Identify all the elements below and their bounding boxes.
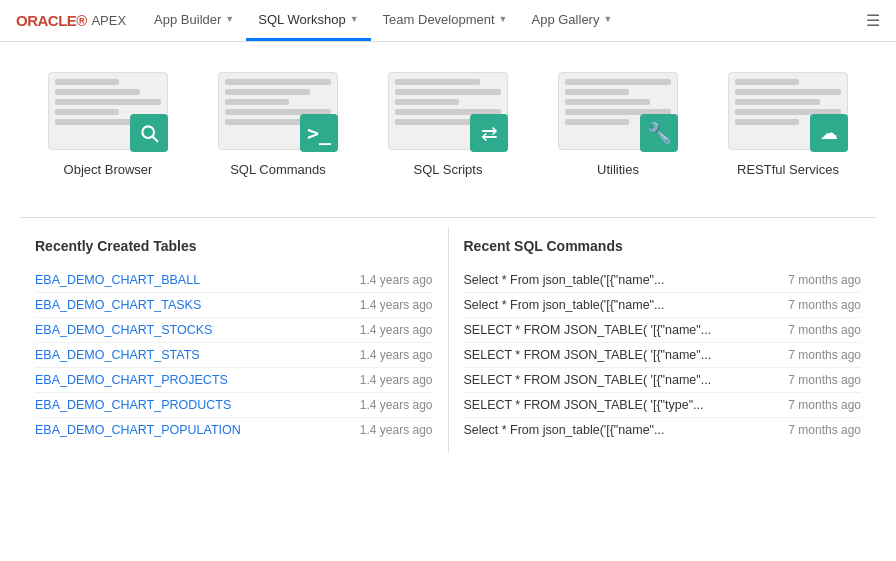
chevron-down-icon: ▼ bbox=[350, 14, 359, 24]
tool-card-restful-services[interactable]: ☁ RESTful Services bbox=[723, 72, 853, 177]
table-link[interactable]: EBA_DEMO_CHART_POPULATION bbox=[35, 423, 241, 437]
list-item: EBA_DEMO_CHART_BBALL 1.4 years ago bbox=[35, 268, 433, 293]
main-content: Object Browser >_ SQL Commands bbox=[0, 42, 896, 472]
chevron-down-icon: ▼ bbox=[499, 14, 508, 24]
search-icon[interactable]: ☰ bbox=[866, 11, 880, 30]
navbar: ORACLE ® APEX App Builder ▼ SQL Workshop… bbox=[0, 0, 896, 42]
tool-card-icon-wrapper: >_ bbox=[218, 72, 338, 152]
screen-line bbox=[565, 119, 629, 125]
tool-card-icon-wrapper: 🔧 bbox=[558, 72, 678, 152]
table-time: 1.4 years ago bbox=[360, 373, 433, 387]
screen-line bbox=[735, 99, 820, 105]
table-link[interactable]: EBA_DEMO_CHART_STATS bbox=[35, 348, 200, 362]
tool-label-sql-scripts: SQL Scripts bbox=[414, 162, 483, 177]
list-item: Select * From json_table('[{"name"... 7 … bbox=[464, 293, 862, 318]
list-item: EBA_DEMO_CHART_TASKS 1.4 years ago bbox=[35, 293, 433, 318]
screen-line bbox=[565, 89, 629, 95]
nav-sql-workshop[interactable]: SQL Workshop ▼ bbox=[246, 0, 370, 41]
tool-card-icon-wrapper bbox=[48, 72, 168, 152]
list-item: EBA_DEMO_CHART_STOCKS 1.4 years ago bbox=[35, 318, 433, 343]
sql-time: 7 months ago bbox=[788, 323, 861, 337]
sql-commands-icon: >_ bbox=[300, 114, 338, 152]
table-link[interactable]: EBA_DEMO_CHART_TASKS bbox=[35, 298, 201, 312]
sql-time: 7 months ago bbox=[788, 398, 861, 412]
nav-right: ☰ bbox=[858, 0, 888, 41]
nav-sql-workshop-label: SQL Workshop bbox=[258, 12, 345, 27]
recently-created-title: Recently Created Tables bbox=[35, 238, 433, 254]
sql-scripts-icon: ⇄ bbox=[470, 114, 508, 152]
nav-app-gallery[interactable]: App Gallery ▼ bbox=[520, 0, 625, 41]
sql-text: SELECT * FROM JSON_TABLE( '[{"type"... bbox=[464, 398, 779, 412]
screen-line bbox=[55, 99, 161, 105]
screen-line bbox=[225, 89, 310, 95]
table-link[interactable]: EBA_DEMO_CHART_PROJECTS bbox=[35, 373, 228, 387]
screen-line bbox=[735, 79, 799, 85]
sql-text: Select * From json_table('[{"name"... bbox=[464, 423, 779, 437]
list-item: Select * From json_table('[{"name"... 7 … bbox=[464, 418, 862, 442]
recently-created-tables-panel: Recently Created Tables EBA_DEMO_CHART_B… bbox=[20, 228, 449, 452]
screen-line bbox=[225, 119, 310, 125]
nav-app-builder-label: App Builder bbox=[154, 12, 221, 27]
tool-label-utilities: Utilities bbox=[597, 162, 639, 177]
sql-time: 7 months ago bbox=[788, 373, 861, 387]
table-link[interactable]: EBA_DEMO_CHART_STOCKS bbox=[35, 323, 212, 337]
list-item: Select * From json_table('[{"name"... 7 … bbox=[464, 268, 862, 293]
logo-oracle-text: ORACLE bbox=[16, 12, 76, 29]
list-item: EBA_DEMO_CHART_POPULATION 1.4 years ago bbox=[35, 418, 433, 442]
tool-card-sql-commands[interactable]: >_ SQL Commands bbox=[213, 72, 343, 177]
tool-card-object-browser[interactable]: Object Browser bbox=[43, 72, 173, 177]
screen-line bbox=[55, 89, 140, 95]
nav-app-gallery-label: App Gallery bbox=[532, 12, 600, 27]
chevron-down-icon: ▼ bbox=[603, 14, 612, 24]
tool-card-utilities[interactable]: 🔧 Utilities bbox=[553, 72, 683, 177]
sql-time: 7 months ago bbox=[788, 298, 861, 312]
table-time: 1.4 years ago bbox=[360, 273, 433, 287]
screen-line bbox=[735, 119, 799, 125]
list-item: EBA_DEMO_CHART_PROJECTS 1.4 years ago bbox=[35, 368, 433, 393]
nav-team-development-label: Team Development bbox=[383, 12, 495, 27]
sql-time: 7 months ago bbox=[788, 273, 861, 287]
screen-line bbox=[55, 109, 119, 115]
sql-text: Select * From json_table('[{"name"... bbox=[464, 273, 779, 287]
sql-text: SELECT * FROM JSON_TABLE( '[{"name"... bbox=[464, 373, 779, 387]
nav-app-builder[interactable]: App Builder ▼ bbox=[142, 0, 246, 41]
logo-apex-text: APEX bbox=[91, 13, 126, 28]
logo-tm: ® bbox=[76, 12, 87, 29]
restful-services-icon: ☁ bbox=[810, 114, 848, 152]
tool-label-sql-commands: SQL Commands bbox=[230, 162, 326, 177]
screen-line bbox=[735, 89, 841, 95]
table-time: 1.4 years ago bbox=[360, 323, 433, 337]
utilities-icon: 🔧 bbox=[640, 114, 678, 152]
sql-text: SELECT * FROM JSON_TABLE( '[{"name"... bbox=[464, 323, 779, 337]
bottom-section: Recently Created Tables EBA_DEMO_CHART_B… bbox=[20, 217, 876, 452]
table-time: 1.4 years ago bbox=[360, 423, 433, 437]
list-item: SELECT * FROM JSON_TABLE( '[{"name"... 7… bbox=[464, 343, 862, 368]
list-item: SELECT * FROM JSON_TABLE( '[{"type"... 7… bbox=[464, 393, 862, 418]
table-time: 1.4 years ago bbox=[360, 298, 433, 312]
screen-line bbox=[395, 99, 459, 105]
table-link[interactable]: EBA_DEMO_CHART_BBALL bbox=[35, 273, 200, 287]
screen-line bbox=[225, 79, 331, 85]
screen-line bbox=[395, 79, 480, 85]
chevron-down-icon: ▼ bbox=[225, 14, 234, 24]
nav-team-development[interactable]: Team Development ▼ bbox=[371, 0, 520, 41]
logo: ORACLE ® APEX bbox=[8, 0, 134, 41]
table-time: 1.4 years ago bbox=[360, 398, 433, 412]
screen-line bbox=[225, 99, 289, 105]
tool-card-sql-scripts[interactable]: ⇄ SQL Scripts bbox=[383, 72, 513, 177]
screen-line bbox=[55, 79, 119, 85]
sql-text: SELECT * FROM JSON_TABLE( '[{"name"... bbox=[464, 348, 779, 362]
sql-time: 7 months ago bbox=[788, 348, 861, 362]
list-item: EBA_DEMO_CHART_PRODUCTS 1.4 years ago bbox=[35, 393, 433, 418]
svg-line-1 bbox=[153, 137, 158, 142]
tool-label-restful-services: RESTful Services bbox=[737, 162, 839, 177]
screen-line bbox=[55, 119, 140, 125]
table-link[interactable]: EBA_DEMO_CHART_PRODUCTS bbox=[35, 398, 231, 412]
tool-cards: Object Browser >_ SQL Commands bbox=[20, 72, 876, 177]
screen-line bbox=[565, 99, 650, 105]
tool-label-object-browser: Object Browser bbox=[64, 162, 153, 177]
recent-sql-commands-panel: Recent SQL Commands Select * From json_t… bbox=[449, 228, 877, 452]
tool-card-icon-wrapper: ☁ bbox=[728, 72, 848, 152]
list-item: SELECT * FROM JSON_TABLE( '[{"name"... 7… bbox=[464, 318, 862, 343]
screen-line bbox=[395, 119, 480, 125]
